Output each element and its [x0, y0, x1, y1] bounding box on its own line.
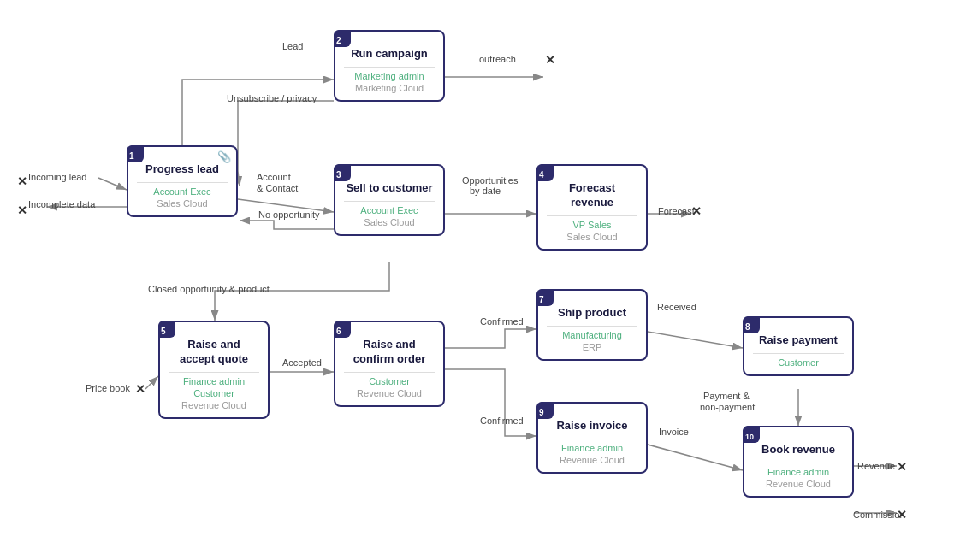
- node-4-tag-1: VP Sales: [547, 220, 637, 230]
- label-unsub: Unsubscribe / privacy: [227, 93, 317, 103]
- node-9-tag-1: Finance admin: [547, 443, 637, 453]
- node-9[interactable]: 9 Raise invoice Finance admin Revenue Cl…: [536, 402, 648, 474]
- x-incoming: ✕: [17, 174, 27, 188]
- node-3-title: Sell to customer: [344, 181, 435, 196]
- label-bydate: by date: [470, 186, 501, 196]
- x-incomplete: ✕: [17, 203, 27, 217]
- node-3-tag-1: Account Exec: [344, 205, 435, 215]
- node-3-tag-2: Sales Cloud: [344, 217, 435, 227]
- node-2-title: Run campaign: [344, 47, 435, 62]
- label-closed: Closed opportunity & product: [148, 284, 270, 294]
- x-revenue: ✕: [897, 460, 907, 474]
- node-6-tag-2: Revenue Cloud: [344, 388, 435, 398]
- label-pricebook: Price book: [86, 383, 130, 393]
- label-outreach: outreach: [479, 54, 516, 64]
- x-forecast: ✕: [691, 204, 702, 218]
- node-6-title: Raise and confirm order: [344, 338, 435, 367]
- node-4-badge: 4: [536, 164, 554, 181]
- node-1-badge: 1: [127, 145, 144, 162]
- node-9-badge: 9: [536, 402, 554, 419]
- node-7[interactable]: 7 Ship product Manufacturing ERP: [536, 289, 648, 361]
- x-outreach: ✕: [545, 53, 555, 67]
- node-8-tag-1: Customer: [753, 357, 844, 368]
- label-account: Account: [257, 172, 291, 182]
- label-payment: Payment &: [703, 391, 750, 401]
- node-3[interactable]: 3 Sell to customer Account Exec Sales Cl…: [334, 164, 445, 236]
- node-1-tag-2: Sales Cloud: [137, 198, 228, 209]
- node-3-badge: 3: [334, 164, 351, 181]
- node-2-tag-1: Marketing admin: [344, 71, 435, 81]
- node-5-badge: 5: [158, 321, 175, 338]
- node-6-badge: 6: [334, 321, 351, 338]
- x-commission: ✕: [897, 508, 907, 522]
- clip-icon: 📎: [217, 150, 231, 163]
- label-confirmed2: Confirmed: [480, 416, 524, 426]
- node-8-title: Raise payment: [753, 333, 844, 348]
- node-8[interactable]: 8 Raise payment Customer: [743, 316, 854, 376]
- node-1-title: Progress lead: [137, 162, 228, 177]
- label-incoming: Incoming lead: [28, 172, 87, 182]
- node-4[interactable]: 4 Forecast revenue VP Sales Sales Cloud: [536, 164, 648, 251]
- node-7-tag-2: ERP: [547, 342, 637, 352]
- node-7-tag-1: Manufacturing: [547, 330, 637, 340]
- node-6-tag-1: Customer: [344, 376, 435, 386]
- label-nooppty: No opportunity: [258, 209, 320, 220]
- svg-line-11: [648, 445, 743, 470]
- node-4-tag-2: Sales Cloud: [547, 232, 637, 242]
- label-invoice: Invoice: [659, 427, 689, 437]
- node-2-tag-2: Marketing Cloud: [344, 83, 435, 93]
- node-7-title: Ship product: [547, 306, 637, 321]
- node-1-tag-1: Account Exec: [137, 186, 228, 197]
- node-9-title: Raise invoice: [547, 419, 637, 433]
- label-accepted: Accepted: [282, 357, 322, 368]
- node-10-badge: 10: [743, 426, 760, 443]
- label-lead: Lead: [282, 41, 303, 51]
- label-nonpayment: non-payment: [700, 402, 755, 412]
- node-6[interactable]: 6 Raise and confirm order Customer Reven…: [334, 321, 445, 407]
- node-10[interactable]: 10 Book revenue Finance admin Revenue Cl…: [743, 426, 854, 498]
- diagram-container: 1 📎 Progress lead Account Exec Sales Clo…: [0, 0, 960, 560]
- node-1[interactable]: 1 📎 Progress lead Account Exec Sales Clo…: [127, 145, 238, 217]
- label-confirmed1: Confirmed: [480, 316, 524, 327]
- node-5-tag-2: Customer: [169, 388, 259, 398]
- node-10-tag-2: Revenue Cloud: [753, 479, 844, 489]
- label-forecast: Forecast: [658, 206, 695, 216]
- node-5-tag-3: Revenue Cloud: [169, 400, 259, 410]
- node-7-badge: 7: [536, 289, 554, 306]
- label-incomplete: Incomplete data: [28, 199, 95, 209]
- label-revenue: Revenue: [857, 461, 895, 471]
- x-pricebook: ✕: [135, 382, 145, 396]
- node-2-badge: 2: [334, 30, 351, 47]
- label-oppty: Opportunities: [462, 175, 518, 186]
- node-5[interactable]: 5 Raise and accept quote Finance admin C…: [158, 321, 270, 419]
- node-4-title: Forecast revenue: [547, 181, 637, 210]
- node-9-tag-2: Revenue Cloud: [547, 455, 637, 465]
- node-5-tag-1: Finance admin: [169, 376, 259, 386]
- label-contact: & Contact: [257, 183, 298, 193]
- svg-line-8: [145, 376, 158, 389]
- node-2[interactable]: 2 Run campaign Marketing admin Marketing…: [334, 30, 445, 102]
- node-8-badge: 8: [743, 316, 760, 333]
- svg-line-10: [648, 332, 743, 348]
- node-10-tag-1: Finance admin: [753, 467, 844, 477]
- label-received: Received: [657, 302, 696, 312]
- node-10-title: Book revenue: [753, 443, 844, 457]
- svg-line-2: [98, 178, 127, 190]
- node-5-title: Raise and accept quote: [169, 338, 259, 367]
